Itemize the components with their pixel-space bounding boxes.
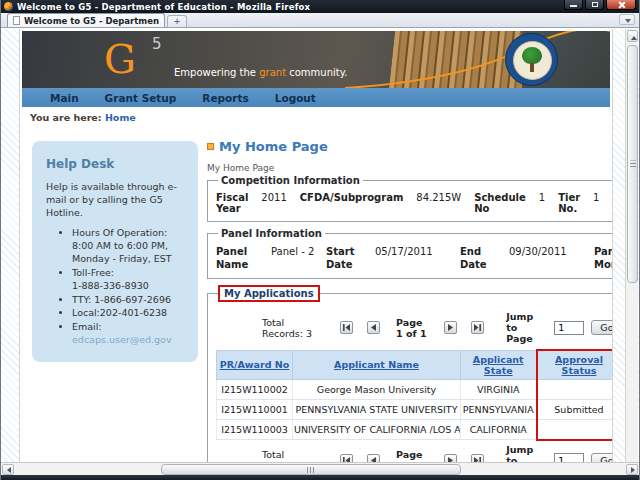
page-indicator: Page 1 of 1: [396, 317, 428, 339]
col-header-pr-award-no: PR/Award No: [217, 350, 293, 380]
cell-approval-status: [537, 380, 614, 400]
tier-no-label: Tier No.: [558, 192, 580, 214]
title-bar: Welcome to G5 - Department of Education …: [1, 0, 639, 13]
total-records: Total Records: 3: [262, 449, 312, 462]
last-page-button[interactable]: [471, 321, 484, 334]
competition-information-legend: Competition Information: [218, 175, 363, 186]
jump-to-page-input[interactable]: [554, 453, 584, 462]
tab-bar: Welcome to G5 - Department of Edu... +: [1, 13, 639, 28]
vertical-scroll-thumb[interactable]: [627, 45, 638, 283]
table-row: I215W110001 PENNSYLVANIA STATE UNIVERSIT…: [217, 400, 614, 420]
nav-item-grant-setup[interactable]: Grant Setup: [105, 92, 177, 104]
start-date-label: Start Date: [326, 245, 366, 271]
panel-name-value: Panel - 2: [271, 245, 317, 271]
sort-applicant-state-link[interactable]: Applicant State: [473, 354, 524, 376]
sort-pr-award-no-link[interactable]: PR/Award No: [220, 359, 290, 370]
sort-approval-status-link[interactable]: Approval Status: [555, 354, 603, 376]
sort-applicant-name-link[interactable]: Applicant Name: [334, 359, 419, 370]
seal-tree-icon: [522, 47, 542, 64]
tab-welcome-g5[interactable]: Welcome to G5 - Department of Edu...: [7, 13, 165, 27]
col-header-approval-status: Approval Status: [537, 350, 614, 380]
help-desk-local: Local:202-401-6238: [72, 307, 188, 320]
schedule-no-value: 1: [539, 192, 545, 203]
tagline: Empowering the grant community.: [174, 67, 347, 78]
close-button[interactable]: [606, 0, 636, 10]
cfda-label: CFDA/Subprogram: [300, 192, 404, 203]
cfda-value: 84.215W: [416, 192, 461, 203]
panel-name-label: Panel Name: [216, 245, 262, 271]
cell-award-no: I215W110003: [217, 420, 293, 440]
help-desk-hours: Hours Of Operation: 8:00 AM to 6:00 PM, …: [72, 227, 188, 265]
main-nav: Main Grant Setup Reports Logout: [22, 88, 610, 107]
first-page-button[interactable]: [340, 454, 353, 463]
main-content: My Home Page My Home Page Competition In…: [207, 139, 610, 462]
horizontal-scrollbar[interactable]: [1, 462, 639, 475]
cell-approval-status: Submitted: [537, 400, 614, 420]
help-desk-intro: Help is available through e-mail or by c…: [46, 181, 188, 219]
help-desk-email-link[interactable]: edcaps.user@ed.gov: [72, 334, 172, 345]
page-path: My Home Page: [207, 163, 610, 173]
panel-information-fieldset: Panel Information Panel Name Panel - 2 S…: [207, 228, 613, 279]
previous-page-button[interactable]: [367, 321, 380, 334]
scroll-right-arrow[interactable]: [626, 464, 638, 475]
nav-item-reports[interactable]: Reports: [202, 92, 248, 104]
horizontal-scroll-thumb[interactable]: [161, 464, 461, 475]
jump-to-page-label: Jump to Page: [506, 444, 544, 463]
go-button[interactable]: Go: [591, 320, 613, 335]
cell-applicant-name: PENNSYLVANIA STATE UNIVERSITY: [293, 400, 461, 420]
scroll-up-arrow[interactable]: [627, 30, 638, 42]
department-of-education-seal: [505, 33, 558, 86]
fiscal-year-value: 2011: [261, 192, 286, 203]
pagination-bottom: Total Records: 3 Page 1 of 1 Jump to Pag…: [216, 441, 613, 463]
fiscal-year-label: Fiscal Year: [216, 192, 248, 214]
next-page-button[interactable]: [444, 454, 457, 463]
page-indicator: Page 1 of 1: [396, 449, 428, 462]
list-all-tabs-button[interactable]: [619, 14, 635, 25]
go-button[interactable]: Go: [591, 453, 613, 463]
breadcrumb-home-link[interactable]: Home: [105, 112, 136, 123]
new-tab-button[interactable]: +: [167, 15, 187, 27]
col-header-applicant-name: Applicant Name: [293, 350, 461, 380]
cell-applicant-state: PENNSYLVANIA: [461, 400, 537, 420]
cell-applicant-name: George Mason University: [293, 380, 461, 400]
nav-item-main[interactable]: Main: [50, 92, 79, 104]
jump-to-page-input[interactable]: [554, 321, 584, 335]
col-header-applicant-state: Applicant State: [461, 350, 537, 380]
start-date-value: 05/17/2011: [375, 245, 451, 271]
first-page-button[interactable]: [340, 321, 353, 334]
window-title: Welcome to G5 - Department of Education …: [17, 2, 310, 12]
cell-award-no: I215W110002: [217, 380, 293, 400]
window-frame-bottom: [1, 475, 639, 480]
pagination-top: Total Records: 3 Page 1 of 1 Jump to Pag…: [216, 308, 613, 349]
previous-page-button[interactable]: [367, 454, 380, 463]
help-desk-email: Email:edcaps.user@ed.gov: [72, 321, 188, 347]
vertical-scrollbar[interactable]: [625, 29, 638, 462]
cell-approval-status: [537, 420, 614, 440]
browser-viewport: G 5 Empowering the grant community. Main…: [1, 29, 639, 462]
help-desk-title: Help Desk: [46, 157, 188, 171]
applications-table: PR/Award No Applicant Name Applicant Sta…: [216, 349, 613, 441]
cell-applicant-name: UNIVERSITY OF CALIFORNIA /LOS ANGELES: [293, 420, 461, 440]
scroll-left-arrow[interactable]: [2, 464, 14, 475]
table-row: I215W110003 UNIVERSITY OF CALIFORNIA /LO…: [217, 420, 614, 440]
g5-page: G 5 Empowering the grant community. Main…: [19, 29, 613, 462]
jump-to-page-label: Jump to Page: [506, 311, 544, 344]
end-date-value: 09/30/2011: [509, 245, 585, 271]
maximize-button[interactable]: [585, 0, 604, 10]
close-icon: [617, 1, 625, 9]
g5-logo-number: 5: [152, 35, 162, 53]
banner-curve: [345, 31, 610, 88]
my-applications-legend: My Applications: [218, 285, 320, 302]
cell-applicant-state: CALIFORNIA: [461, 420, 537, 440]
breadcrumb: You are here: Home: [20, 107, 612, 127]
nav-item-logout[interactable]: Logout: [275, 92, 316, 104]
tagline-highlight: grant: [259, 67, 286, 78]
minimize-button[interactable]: [564, 0, 583, 10]
schedule-no-label: Schedule No: [474, 192, 526, 214]
help-desk-tollfree: Toll-Free:1-888-336-8930: [72, 267, 188, 293]
table-header-row: PR/Award No Applicant Name Applicant Sta…: [217, 350, 614, 380]
last-page-button[interactable]: [471, 454, 484, 463]
help-desk-tty: TTY: 1-866-697-2696: [72, 294, 188, 307]
page-icon: [13, 16, 20, 25]
next-page-button[interactable]: [444, 321, 457, 334]
